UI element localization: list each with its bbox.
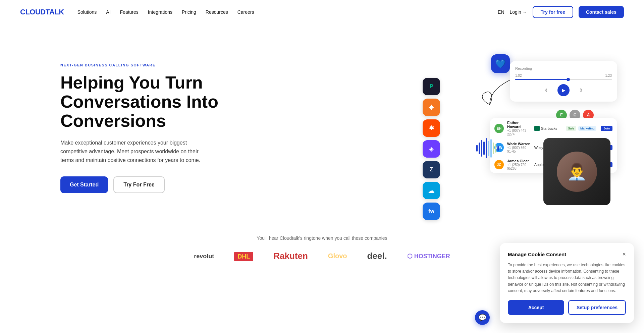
freshworks-icon: fw [423, 203, 440, 220]
contact-info-1: Esther Howard +1 (907) 443-2274 [507, 121, 531, 136]
logo[interactable]: CLOUDTALK [20, 8, 64, 16]
pipedrive-icon: P [423, 78, 440, 95]
contact-sales-button[interactable]: Contact sales [579, 6, 624, 18]
salesforce-icon: ☁ [423, 182, 440, 199]
avatar-esther: EH [494, 124, 504, 133]
cookie-text: To provide the best experiences, we use … [508, 262, 626, 278]
nav-careers[interactable]: Careers [237, 9, 254, 15]
cookie-close-button[interactable]: × [622, 251, 626, 257]
recording-dot [567, 78, 570, 81]
nav-integrations[interactable]: Integrations [148, 9, 172, 15]
hero-description: Make exceptional customer experiences yo… [60, 138, 208, 164]
contact-name-3: James Clear [507, 159, 531, 163]
nav-solutions[interactable]: Solutions [77, 9, 97, 15]
wave-bar-2 [479, 143, 480, 154]
wave-bar-9 [495, 144, 496, 153]
rewind-button[interactable]: ⟪ [541, 86, 551, 95]
agent-photo: 👨‍💼 [543, 138, 610, 205]
wave-bar-3 [481, 140, 482, 157]
hero-title: Helping You Turn Conversations Into Conv… [60, 73, 218, 131]
language-selector[interactable]: EN [498, 9, 504, 15]
brand-rakuten: Rakuten [273, 251, 308, 261]
recording-header: Recording [515, 66, 612, 70]
zendesk-icon: Z [423, 161, 440, 178]
navbar-left: CLOUDTALK Solutions AI Features Integrat… [20, 8, 254, 16]
join-button-1[interactable]: Join [601, 126, 612, 131]
heart-icon: 💙 [495, 59, 506, 69]
cookie-consent-dialog: Manage Cookie Consent × To provide the b… [500, 243, 634, 278]
contact-company-1: Starbucks [534, 126, 563, 131]
contact-info-2: Wade Warren +1 (907) 860-91-45 [507, 142, 531, 153]
hero-buttons: Get Started Try For Free [60, 176, 218, 193]
brand-revolut: revolut [194, 252, 214, 260]
make-icon: ◈ [423, 140, 440, 158]
login-button[interactable]: Login → [510, 9, 527, 15]
avatar-james: JC [494, 160, 504, 169]
recording-card: Recording 1:02 1:23 ⟪ ▶ ⟫ [510, 61, 617, 102]
contact-name-2: Wade Warren [507, 142, 531, 146]
hero-illustration: 💙 Recording 1:02 1:23 ⟪ ▶ [423, 51, 624, 205]
wave-bar-6 [488, 141, 489, 156]
contact-info-3: James Clear +1 (250) 720-95268 [507, 159, 531, 170]
zapier-icon: ✱ [423, 119, 440, 137]
brand-dhl: DHL [234, 252, 253, 261]
brand-deel: deel. [367, 251, 387, 261]
hubspot-icon [423, 99, 440, 116]
contact-phone-3: +1 (250) 720-95268 [507, 163, 531, 170]
arrow-right-icon: → [523, 9, 527, 15]
contact-phone-1: +1 (907) 443-2274 [507, 129, 531, 136]
brand-glovo: Glovo [328, 252, 347, 260]
cookie-header: Manage Cookie Consent × [508, 251, 626, 257]
recording-progress-fill [515, 79, 568, 80]
try-free-button[interactable]: Try for free [533, 6, 573, 18]
agent-avatar: 👨‍💼 [557, 152, 597, 192]
wave-bar-7 [490, 139, 492, 158]
recording-times: 1:02 1:23 [515, 74, 612, 77]
hero-content: NEXT-GEN BUSINESS CALLING SOFTWARE Helpi… [60, 63, 218, 193]
nav-features[interactable]: Features [120, 9, 139, 15]
recording-progress-bar [515, 79, 612, 80]
starbucks-icon [534, 126, 540, 131]
wave-bar-1 [476, 145, 478, 152]
recording-controls: ⟪ ▶ ⟫ [515, 84, 612, 96]
brands-label: You'll hear Cloudtalk's ringtone when yo… [34, 235, 610, 241]
wave-bar-4 [483, 142, 485, 155]
cookie-title: Manage Cookie Consent [508, 252, 566, 257]
play-button[interactable]: ▶ [557, 84, 570, 96]
marketing-tag: Marketing [578, 126, 597, 131]
nav-resources[interactable]: Resources [206, 9, 228, 15]
contact-tags-1: Sale Marketing [566, 126, 597, 131]
navbar: CLOUDTALK Solutions AI Features Integrat… [0, 0, 644, 24]
sale-tag: Sale [566, 126, 576, 131]
nav-links: Solutions AI Features Integrations Prici… [77, 9, 254, 15]
nav-ai[interactable]: AI [106, 9, 110, 15]
heart-bubble: 💙 [491, 54, 510, 73]
nav-pricing[interactable]: Pricing [182, 9, 196, 15]
contact-row-1: EH Esther Howard +1 (907) 443-2274 Starb… [490, 118, 617, 139]
wave-bar-8 [493, 143, 494, 154]
hero-eyebrow: NEXT-GEN BUSINESS CALLING SOFTWARE [60, 63, 218, 67]
contact-phone-2: +1 (907) 860-91-45 [507, 146, 531, 153]
brand-hostinger: ⬡ HOSTINGER [407, 253, 450, 260]
sound-wave [476, 138, 499, 158]
fast-forward-button[interactable]: ⟫ [576, 86, 586, 95]
try-for-free-button[interactable]: Try For Free [113, 176, 164, 193]
hero-section: NEXT-GEN BUSINESS CALLING SOFTWARE Helpi… [0, 24, 644, 225]
app-icons: P ✱ ◈ Z ☁ fw [423, 78, 440, 220]
contact-name-1: Esther Howard [507, 121, 531, 129]
wave-bar-5 [486, 138, 487, 158]
recording-label: Recording [515, 66, 532, 70]
get-started-button[interactable]: Get Started [60, 176, 108, 193]
svg-point-1 [430, 106, 433, 109]
navbar-right: EN Login → Try for free Contact sales [498, 6, 624, 18]
wave-bar-10 [497, 146, 499, 151]
